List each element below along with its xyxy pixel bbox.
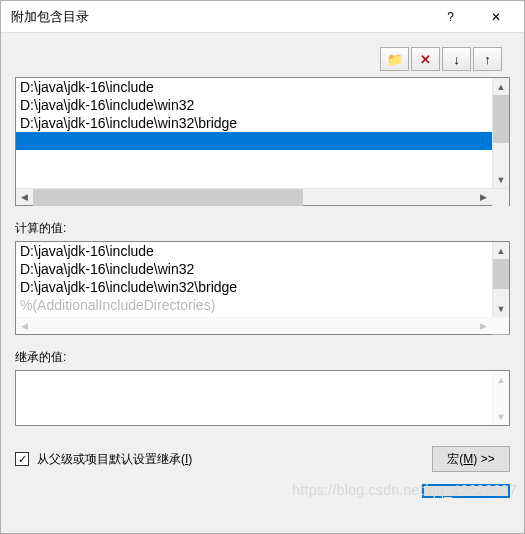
inherit-checkbox[interactable]: ✓ [15, 452, 29, 466]
scroll-left-icon[interactable]: ◀ [16, 189, 33, 206]
macros-button[interactable]: 宏(M) >> [432, 446, 510, 472]
scroll-down-icon[interactable]: ▼ [493, 300, 509, 317]
move-down-button[interactable]: ↓ [442, 47, 471, 71]
list-item[interactable]: D:\java\jdk-16\include\win32 [16, 96, 492, 114]
ok-button[interactable] [422, 484, 510, 498]
scroll-thumb[interactable] [493, 95, 509, 143]
footer [1, 480, 524, 508]
hscroll-track[interactable] [33, 189, 475, 206]
titlebar: 附加包含目录 ? ✕ [1, 1, 524, 33]
delete-line-button[interactable]: ✕ [411, 47, 440, 71]
dialog-title: 附加包含目录 [11, 8, 428, 26]
list-item[interactable]: D:\java\jdk-16\include\win32\bridge [16, 114, 492, 132]
scroll-track[interactable] [493, 289, 509, 300]
computed-section: D:\java\jdk-16\includeD:\java\jdk-16\inc… [1, 241, 524, 345]
delete-icon: ✕ [420, 52, 431, 67]
arrow-up-icon: ↑ [484, 52, 491, 67]
computed-list-content: D:\java\jdk-16\includeD:\java\jdk-16\inc… [16, 242, 492, 317]
help-icon: ? [447, 10, 454, 24]
list-item: D:\java\jdk-16\include [16, 242, 492, 260]
scroll-track [493, 388, 509, 408]
edit-list-content[interactable]: D:\java\jdk-16\includeD:\java\jdk-16\inc… [16, 78, 492, 188]
inherit-checkbox-label: 从父级或项目默认设置继承(I) [37, 451, 192, 468]
scroll-up-icon: ▲ [493, 371, 509, 388]
computed-label: 计算的值: [1, 216, 524, 241]
scroll-right-icon[interactable]: ▶ [475, 189, 492, 206]
horizontal-scrollbar[interactable]: ◀ ▶ [16, 188, 509, 205]
scroll-corner [492, 318, 509, 335]
close-button[interactable]: ✕ [473, 2, 518, 32]
scroll-corner [492, 189, 509, 206]
list-item-selected[interactable] [16, 132, 492, 150]
scroll-up-icon[interactable]: ▲ [493, 78, 509, 95]
vertical-scrollbar[interactable]: ▲ ▼ [492, 242, 509, 317]
computed-listbox: D:\java\jdk-16\includeD:\java\jdk-16\inc… [15, 241, 510, 335]
move-up-button[interactable]: ↑ [473, 47, 502, 71]
help-button[interactable]: ? [428, 2, 473, 32]
list-item: %(AdditionalIncludeDirectories) [16, 296, 492, 314]
toolbar: 📁 ✕ ↓ ↑ [1, 33, 524, 77]
vertical-scrollbar[interactable]: ▲ ▼ [492, 78, 509, 188]
list-item: D:\java\jdk-16\include\win32 [16, 260, 492, 278]
horizontal-scrollbar[interactable]: ◀ ▶ [16, 317, 509, 334]
scroll-thumb[interactable] [493, 259, 509, 289]
scroll-down-icon: ▼ [493, 408, 509, 425]
edit-section: D:\java\jdk-16\includeD:\java\jdk-16\inc… [1, 77, 524, 216]
scroll-track[interactable] [493, 143, 509, 171]
inherited-listbox: ▲ ▼ [15, 370, 510, 426]
hscroll-track [33, 318, 475, 335]
inherited-section: ▲ ▼ [1, 370, 524, 436]
vertical-scrollbar[interactable]: ▲ ▼ [492, 371, 509, 425]
dialog: 附加包含目录 ? ✕ 📁 ✕ ↓ ↑ D:\java\jdk-16\includ… [0, 0, 525, 534]
scroll-left-icon: ◀ [16, 318, 33, 335]
edit-listbox[interactable]: D:\java\jdk-16\includeD:\java\jdk-16\inc… [15, 77, 510, 206]
hscroll-thumb[interactable] [33, 189, 303, 206]
inherited-label: 继承的值: [1, 345, 524, 370]
scroll-right-icon: ▶ [475, 318, 492, 335]
list-item[interactable]: D:\java\jdk-16\include [16, 78, 492, 96]
new-line-button[interactable]: 📁 [380, 47, 409, 71]
list-item: D:\java\jdk-16\include\win32\bridge [16, 278, 492, 296]
arrow-down-icon: ↓ [453, 52, 460, 67]
close-icon: ✕ [491, 10, 501, 24]
folder-icon: 📁 [387, 52, 403, 67]
bottom-row: ✓ 从父级或项目默认设置继承(I) 宏(M) >> [1, 436, 524, 480]
inherited-content [16, 371, 492, 425]
scroll-up-icon[interactable]: ▲ [493, 242, 509, 259]
scroll-down-icon[interactable]: ▼ [493, 171, 509, 188]
